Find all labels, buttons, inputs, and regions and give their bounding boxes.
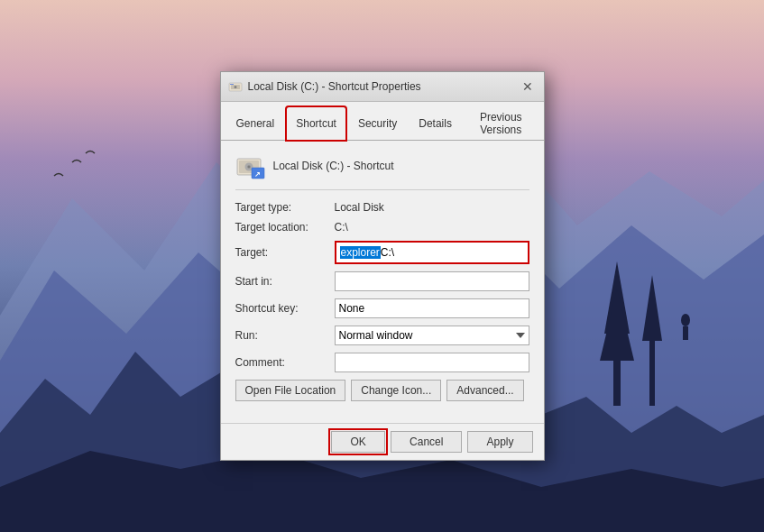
target-location-label: Target location: bbox=[235, 221, 335, 234]
dialog-footer: OK Cancel Apply bbox=[221, 423, 544, 460]
target-highlight: explorer bbox=[340, 246, 381, 259]
run-label: Run: bbox=[235, 329, 335, 342]
target-label: Target: bbox=[235, 246, 335, 259]
target-location-row: Target location: C:\ bbox=[235, 221, 529, 234]
advanced-button[interactable]: Advanced... bbox=[446, 380, 523, 401]
properties-dialog: Local Disk (C:) - Shortcut Properties ✕ … bbox=[220, 71, 545, 461]
dialog-overlay: Local Disk (C:) - Shortcut Properties ✕ … bbox=[0, 0, 764, 532]
ok-button[interactable]: OK bbox=[331, 431, 385, 453]
target-type-label: Target type: bbox=[235, 201, 335, 214]
comment-input[interactable] bbox=[335, 353, 529, 372]
apply-button[interactable]: Apply bbox=[467, 431, 532, 453]
shortcut-icon: ↗ bbox=[235, 151, 264, 180]
comment-label: Comment: bbox=[235, 356, 335, 369]
dialog-content: ↗ Local Disk (C:) - Shortcut Target type… bbox=[221, 141, 544, 423]
svg-text:↗: ↗ bbox=[254, 170, 261, 179]
target-input-wrapper: explorerC:\ bbox=[335, 241, 529, 264]
tabs-bar: General Shortcut Security Details Previo… bbox=[221, 102, 544, 141]
close-button[interactable]: ✕ bbox=[519, 78, 537, 96]
tab-previous-versions[interactable]: Previous Versions bbox=[464, 106, 538, 141]
tab-details[interactable]: Details bbox=[409, 106, 462, 141]
svg-rect-16 bbox=[230, 84, 234, 85]
target-type-value: Local Disk bbox=[335, 201, 384, 214]
shortcut-header-title: Local Disk (C:) - Shortcut bbox=[273, 160, 394, 172]
svg-point-15 bbox=[235, 87, 235, 87]
cancel-button[interactable]: Cancel bbox=[391, 431, 462, 453]
target-location-value: C:\ bbox=[335, 221, 348, 234]
titlebar-title: Local Disk (C:) - Shortcut Properties bbox=[248, 80, 421, 93]
shortcut-key-row: Shortcut key: bbox=[235, 298, 529, 318]
target-type-row: Target type: Local Disk bbox=[235, 201, 529, 214]
target-rest: C:\ bbox=[381, 246, 394, 259]
comment-row: Comment: bbox=[235, 353, 529, 372]
start-in-label: Start in: bbox=[235, 275, 335, 288]
run-row: Run: Normal window Minimized Maximized bbox=[235, 326, 529, 345]
target-row: Target: explorerC:\ bbox=[235, 241, 529, 264]
change-icon-button[interactable]: Change Icon... bbox=[351, 380, 441, 401]
tab-security[interactable]: Security bbox=[348, 106, 407, 141]
start-in-input[interactable] bbox=[335, 271, 529, 291]
target-input[interactable]: explorerC:\ bbox=[336, 243, 528, 262]
run-select[interactable]: Normal window Minimized Maximized bbox=[335, 326, 529, 345]
titlebar-left: Local Disk (C:) - Shortcut Properties bbox=[228, 79, 421, 94]
tab-general[interactable]: General bbox=[226, 106, 285, 141]
start-in-row: Start in: bbox=[235, 271, 529, 291]
tab-shortcut[interactable]: Shortcut bbox=[286, 106, 346, 141]
titlebar-icon bbox=[228, 79, 243, 94]
titlebar: Local Disk (C:) - Shortcut Properties ✕ bbox=[221, 72, 544, 102]
shortcut-key-label: Shortcut key: bbox=[235, 302, 335, 315]
open-file-location-button[interactable]: Open File Location bbox=[235, 380, 346, 401]
shortcut-header: ↗ Local Disk (C:) - Shortcut bbox=[235, 151, 529, 190]
svg-point-21 bbox=[248, 166, 249, 167]
action-buttons: Open File Location Change Icon... Advanc… bbox=[235, 380, 529, 401]
shortcut-key-input[interactable] bbox=[335, 298, 529, 318]
